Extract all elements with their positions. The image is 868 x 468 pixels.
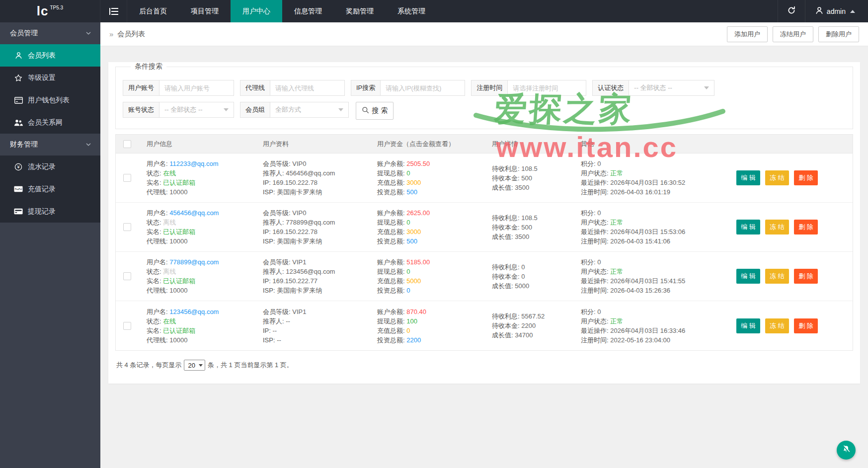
field-label: 注册时间: xyxy=(581,237,610,245)
field-value: 0 xyxy=(597,308,601,315)
other-field-line: 最近操作: 2026年04月03日 15:53:06 xyxy=(581,228,723,235)
add-user-button[interactable]: 添加用户 xyxy=(727,26,768,42)
freeze-user-button[interactable]: 冻结用户 xyxy=(773,26,813,42)
select-all-checkbox[interactable] xyxy=(123,140,131,148)
funds-field-line: 投资总额: 2200 xyxy=(377,336,481,344)
freeze-button[interactable]: 冻 结 xyxy=(765,170,789,185)
nav-item-reward-management[interactable]: 奖励管理 xyxy=(334,0,386,22)
sidebar-item-member-relations[interactable]: 会员关系网 xyxy=(0,111,100,134)
field-value[interactable]: 778899@qq.com xyxy=(169,258,219,266)
nav-item-backend-home[interactable]: 后台首页 xyxy=(127,0,179,22)
field-value[interactable]: 5000 xyxy=(406,277,421,285)
ip-search-input[interactable] xyxy=(381,80,465,96)
sidebar-item-level-settings[interactable]: 等级设置 xyxy=(0,67,100,89)
nav-item-project-management[interactable]: 项目管理 xyxy=(179,0,231,22)
delete-button[interactable]: 删 除 xyxy=(794,269,818,284)
delete-user-button[interactable]: 删除用户 xyxy=(818,26,859,42)
wallet-icon xyxy=(14,96,23,104)
funds-field-line: 投资总额: 500 xyxy=(377,188,481,196)
field-value[interactable]: 5185.00 xyxy=(406,258,430,266)
field-label: 注册时间: xyxy=(581,336,610,344)
sidebar-item-transaction-log[interactable]: ¥流水记录 xyxy=(0,156,100,178)
field-value: 5000 xyxy=(515,282,529,290)
field-value[interactable]: 2625.00 xyxy=(406,209,430,217)
user-table: 用户信息用户资料用户资金（点击金额查看）用户详情其他 用户名: 112233@q… xyxy=(115,134,853,351)
search-panel: 条件搜索 用户账号代理线IP搜索注册时间认证状态-- 全部状态 --账号状态--… xyxy=(115,62,853,129)
field-value[interactable]: 2505.50 xyxy=(406,160,430,167)
sidebar-item-member-list[interactable]: 会员列表 xyxy=(0,44,100,67)
field-value[interactable]: 0 xyxy=(406,327,410,334)
other-field-line: 用户状态: 正常 xyxy=(581,317,723,325)
edit-button[interactable]: 编 辑 xyxy=(736,170,760,185)
field-value[interactable]: 456456@qq.com xyxy=(169,209,219,217)
info-field-line: 实名: 已认证邮箱 xyxy=(147,228,252,235)
register-time-input[interactable] xyxy=(508,80,586,96)
profile-field-line: 推荐人: 123456@qq.com xyxy=(263,268,366,275)
nav-item-user-center[interactable]: 用户中心 xyxy=(231,0,282,22)
field-value[interactable]: 112233@qq.com xyxy=(169,160,218,167)
edit-button[interactable]: 编 辑 xyxy=(736,269,760,284)
profile-field-line: 推荐人: -- xyxy=(263,317,366,325)
row-checkbox[interactable] xyxy=(123,272,131,280)
sidebar-group-member-management[interactable]: 会员管理 xyxy=(0,22,100,44)
field-label: 用户名: xyxy=(147,209,169,217)
sidebar-group-finance-management[interactable]: 财务管理 xyxy=(0,134,100,156)
field-label: 会员等级: xyxy=(263,258,292,266)
search-button[interactable]: 搜 索 xyxy=(356,102,394,120)
delete-button[interactable]: 删 除 xyxy=(794,318,818,333)
field-value[interactable]: 0 xyxy=(406,219,410,226)
user-menu[interactable]: admin xyxy=(805,0,868,22)
sidebar-item-withdraw-records[interactable]: 提现记录 xyxy=(0,200,100,223)
filter-label-member-group: 会员组 xyxy=(240,102,270,118)
field-value[interactable]: 0 xyxy=(406,268,410,275)
agent-line-input[interactable] xyxy=(270,80,345,96)
field-value[interactable]: 3000 xyxy=(406,179,421,186)
field-value: 2026-04-03 16:01:19 xyxy=(610,188,670,196)
freeze-button[interactable]: 冻 结 xyxy=(765,318,789,333)
profile-field-line: ISP: 美国南卡罗来纳 xyxy=(263,237,366,245)
row-checkbox[interactable] xyxy=(123,223,131,231)
chevron-down-icon xyxy=(85,142,91,148)
field-value[interactable]: 123456@qq.com xyxy=(169,308,219,315)
refresh-button[interactable] xyxy=(778,0,805,22)
page-size-select[interactable]: 20 xyxy=(184,360,205,371)
search-filters: 用户账号代理线IP搜索注册时间认证状态-- 全部状态 --账号状态-- 全部状态… xyxy=(123,80,846,120)
sidebar-item-label: 用户钱包列表 xyxy=(28,96,70,105)
field-value[interactable]: 870.40 xyxy=(406,308,426,315)
field-label: 账户余额: xyxy=(377,160,406,167)
chevron-down-icon xyxy=(85,30,91,36)
caret-down-icon xyxy=(704,86,709,89)
detail-field-line: 待收利息: 108.5 xyxy=(492,214,570,222)
sidebar-item-user-wallet-list[interactable]: 用户钱包列表 xyxy=(0,89,100,111)
field-value[interactable]: 100 xyxy=(406,317,417,325)
freeze-button[interactable]: 冻 结 xyxy=(765,220,789,234)
field-value: 10000 xyxy=(169,336,187,344)
field-value[interactable]: 2200 xyxy=(406,336,421,344)
sidebar-toggle-button[interactable] xyxy=(100,0,127,22)
field-value[interactable]: 0 xyxy=(406,287,410,294)
auth-status-select[interactable]: -- 全部状态 -- xyxy=(629,80,714,96)
nav-item-info-management[interactable]: 信息管理 xyxy=(282,0,334,22)
field-value[interactable]: 0 xyxy=(406,169,410,177)
user-account-input[interactable] xyxy=(159,80,234,96)
member-group-select[interactable]: 全部方式 xyxy=(270,102,349,118)
field-value[interactable]: 500 xyxy=(406,237,417,245)
sidebar-item-recharge-records[interactable]: PayPal充值记录 xyxy=(0,178,100,200)
row-checkbox[interactable] xyxy=(123,174,131,182)
edit-button[interactable]: 编 辑 xyxy=(736,318,760,333)
nav-item-system-management[interactable]: 系统管理 xyxy=(386,0,437,22)
notification-fab[interactable] xyxy=(837,441,856,460)
delete-button[interactable]: 删 除 xyxy=(794,220,818,234)
account-status-select[interactable]: -- 全部状态 -- xyxy=(159,102,234,118)
field-value[interactable]: 3000 xyxy=(406,228,421,235)
funds-field-line: 投资总额: 0 xyxy=(377,287,481,294)
freeze-button[interactable]: 冻 结 xyxy=(765,269,789,284)
field-label: ISP: xyxy=(263,336,277,344)
field-label: 提现总额: xyxy=(377,169,406,177)
field-value[interactable]: 500 xyxy=(406,188,417,196)
row-checkbox[interactable] xyxy=(123,322,131,330)
edit-button[interactable]: 编 辑 xyxy=(736,220,760,234)
delete-button[interactable]: 删 除 xyxy=(794,170,818,185)
profile-field-line: 推荐人: 456456@qq.com xyxy=(263,169,366,177)
cell-other: 积分: 0用户状态: 正常最近操作: 2026年04月03日 15:53:06注… xyxy=(573,204,726,250)
